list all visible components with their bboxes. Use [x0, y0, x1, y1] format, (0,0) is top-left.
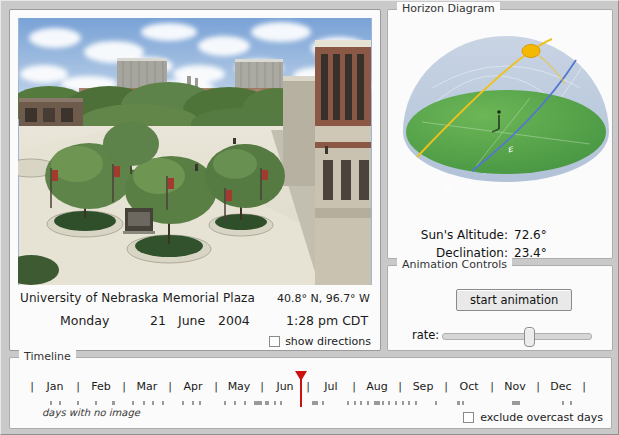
sun-marker [522, 45, 540, 58]
compass-w: W [442, 185, 454, 194]
timeline-panel: Timeline |Jan|Feb|Mar|Apr|May|Jun|Jul|Au… [9, 357, 612, 429]
day-tick [462, 401, 464, 405]
left-building [19, 98, 83, 128]
day-tick [388, 401, 390, 405]
date-row: Monday 21 June 2004 1:28 pm CDT [10, 313, 382, 329]
month-label-aug[interactable]: Aug [354, 380, 400, 393]
show-directions-checkbox[interactable] [269, 336, 280, 347]
month-label-feb[interactable]: Feb [78, 380, 124, 393]
day-tick [77, 401, 79, 405]
time-value: 1:28 pm CDT [286, 313, 368, 328]
day-tick [192, 401, 194, 405]
no-image-ticks [10, 401, 611, 406]
day-tick [408, 401, 410, 405]
day-tick [562, 401, 564, 405]
month-row[interactable]: |Jan|Feb|Mar|Apr|May|Jun|Jul|Aug|Sep|Oct… [10, 380, 611, 396]
webcam-photo [18, 18, 372, 285]
month-label-oct[interactable]: Oct [446, 380, 492, 393]
exclude-overcast-label: exclude overcast days [480, 411, 603, 424]
day-tick [322, 401, 324, 405]
day-tick [570, 401, 572, 405]
month-label-jan[interactable]: Jan [32, 380, 78, 393]
month-label-jul[interactable]: Jul [308, 380, 354, 393]
day-tick [435, 401, 437, 405]
applet-window: University of Nebraska Memorial Plaza 40… [0, 0, 619, 435]
month-label-may[interactable]: May [216, 380, 262, 393]
day-tick [312, 401, 318, 405]
plaza-photo-illustration [18, 18, 372, 285]
kiosk [123, 208, 155, 234]
day-tick [360, 401, 362, 405]
day-tick [457, 401, 460, 405]
rate-slider-track[interactable] [442, 333, 592, 340]
day-tick [402, 401, 404, 405]
month-label-dec[interactable]: Dec [538, 380, 584, 393]
day-tick [265, 401, 269, 405]
month-label-sep[interactable]: Sep [400, 380, 446, 393]
day-tick [234, 401, 236, 405]
day-tick [162, 401, 164, 405]
animation-panel-title: Animation Controls [397, 258, 512, 271]
rate-slider-thumb[interactable] [524, 327, 535, 347]
day-tick [59, 401, 61, 405]
year-value: 2004 [218, 313, 250, 328]
day-tick [274, 401, 276, 405]
day-tick [367, 401, 369, 405]
day-tick [143, 401, 145, 405]
altitude-label: Sun's Altitude: [421, 228, 508, 242]
day-tick [224, 401, 226, 405]
day-tick [112, 401, 115, 405]
start-animation-button[interactable]: start animation [456, 289, 572, 311]
day-tick [254, 401, 262, 405]
weekday-value: Monday [60, 313, 109, 328]
day-tick [182, 401, 184, 405]
month-separator: | [582, 380, 586, 393]
no-image-label: days with no image [42, 407, 140, 418]
day-tick [152, 401, 154, 405]
month-label-apr[interactable]: Apr [170, 380, 216, 393]
month-label-mar[interactable]: Mar [124, 380, 170, 393]
day-tick [395, 401, 397, 405]
rate-label: rate: [412, 328, 439, 342]
horizon-diagram-panel: Horizon Diagram [387, 9, 613, 259]
day-tick [354, 401, 356, 405]
day-tick [512, 401, 520, 405]
day-tick [374, 401, 380, 405]
declination-value: 23.4° [514, 246, 547, 260]
altitude-value: 72.6° [514, 228, 547, 242]
horizon-panel-title: Horizon Diagram [397, 2, 500, 15]
show-directions-label: show directions [285, 335, 371, 348]
day-tick [132, 401, 134, 405]
webcam-panel: University of Nebraska Memorial Plaza 40… [9, 9, 381, 351]
month-label-nov[interactable]: Nov [492, 380, 538, 393]
month-value: June [178, 313, 205, 328]
day-tick [50, 401, 52, 405]
animation-controls-panel: Animation Controls start animation rate: [387, 265, 613, 351]
day-tick [280, 401, 282, 405]
day-tick [382, 401, 384, 405]
location-label: University of Nebraska Memorial Plaza [20, 291, 255, 305]
day-value: 21 [150, 313, 166, 328]
day-tick [95, 401, 97, 405]
timeline-panel-title: Timeline [19, 350, 76, 363]
day-tick [244, 401, 246, 405]
coordinates-label: 40.8° N, 96.7° W [277, 292, 370, 305]
day-tick [347, 401, 349, 405]
horizon-dome-diagram[interactable]: N E S W [388, 16, 614, 196]
day-tick [199, 401, 201, 405]
ground-disk [406, 90, 606, 174]
day-tick [415, 401, 417, 405]
exclude-overcast-checkbox[interactable] [463, 412, 474, 423]
